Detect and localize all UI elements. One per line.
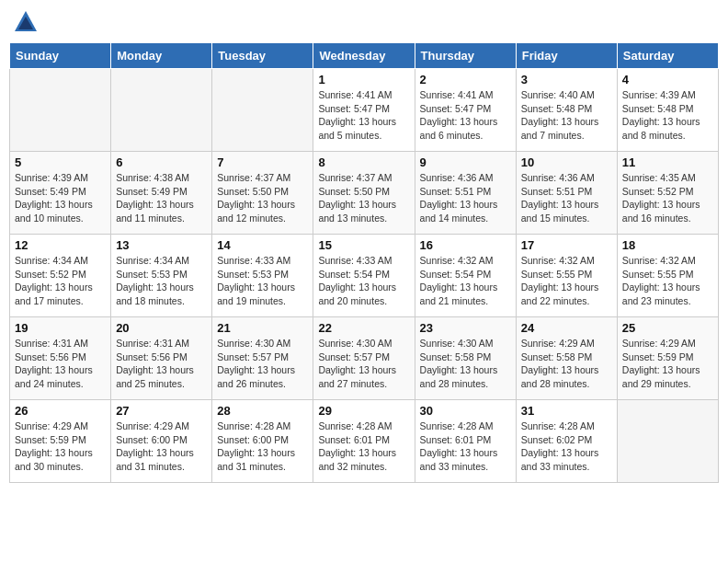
calendar-cell: 12Sunrise: 4:34 AMSunset: 5:52 PMDayligh… [10,235,111,317]
day-info: Sunrise: 4:39 AMSunset: 5:48 PMDaylight:… [622,88,713,143]
calendar-cell: 31Sunrise: 4:28 AMSunset: 6:02 PMDayligh… [516,400,617,483]
day-header-sunday: Sunday [10,43,111,69]
calendar-cell: 25Sunrise: 4:29 AMSunset: 5:59 PMDayligh… [617,317,718,400]
day-number: 23 [420,321,511,335]
day-number: 6 [116,155,207,169]
calendar-cell: 8Sunrise: 4:37 AMSunset: 5:50 PMDaylight… [313,152,415,235]
calendar-cell: 18Sunrise: 4:32 AMSunset: 5:55 PMDayligh… [617,235,718,317]
calendar-cell [212,69,313,152]
day-number: 24 [521,321,612,335]
day-info: Sunrise: 4:34 AMSunset: 5:52 PMDaylight:… [15,254,106,308]
day-info: Sunrise: 4:28 AMSunset: 6:01 PMDaylight:… [318,419,409,474]
calendar-cell: 29Sunrise: 4:28 AMSunset: 6:01 PMDayligh… [313,400,415,483]
day-header-thursday: Thursday [415,43,516,69]
calendar-body: 1Sunrise: 4:41 AMSunset: 5:47 PMDaylight… [10,69,719,483]
calendar-cell: 20Sunrise: 4:31 AMSunset: 5:56 PMDayligh… [111,317,212,400]
day-number: 12 [15,238,106,252]
day-header-monday: Monday [111,43,212,69]
calendar-header: SundayMondayTuesdayWednesdayThursdayFrid… [10,43,719,69]
calendar-cell: 6Sunrise: 4:38 AMSunset: 5:49 PMDaylight… [111,152,212,235]
day-number: 8 [318,155,409,169]
day-info: Sunrise: 4:36 AMSunset: 5:51 PMDaylight:… [521,171,612,225]
day-header-wednesday: Wednesday [313,43,415,69]
day-info: Sunrise: 4:29 AMSunset: 5:58 PMDaylight:… [521,337,612,391]
calendar-cell: 13Sunrise: 4:34 AMSunset: 5:53 PMDayligh… [111,235,212,317]
day-number: 28 [217,404,308,418]
day-number: 31 [521,404,612,418]
day-info: Sunrise: 4:31 AMSunset: 5:56 PMDaylight:… [116,337,207,391]
calendar-cell: 17Sunrise: 4:32 AMSunset: 5:55 PMDayligh… [516,235,617,317]
day-info: Sunrise: 4:41 AMSunset: 5:47 PMDaylight:… [420,88,511,143]
day-info: Sunrise: 4:32 AMSunset: 5:55 PMDaylight:… [521,254,612,308]
day-number: 30 [420,404,511,418]
day-number: 9 [420,155,511,169]
day-info: Sunrise: 4:28 AMSunset: 6:00 PMDaylight:… [217,419,308,474]
day-number: 29 [318,404,409,418]
logo [13,9,42,35]
day-number: 20 [116,321,207,335]
calendar-cell: 27Sunrise: 4:29 AMSunset: 6:00 PMDayligh… [111,400,212,483]
day-info: Sunrise: 4:29 AMSunset: 5:59 PMDaylight:… [15,419,106,474]
day-number: 4 [622,73,713,86]
day-info: Sunrise: 4:41 AMSunset: 5:47 PMDaylight:… [318,88,409,143]
day-number: 18 [622,238,713,252]
week-row-1: 1Sunrise: 4:41 AMSunset: 5:47 PMDaylight… [10,69,719,152]
day-info: Sunrise: 4:28 AMSunset: 6:02 PMDaylight:… [521,419,612,474]
day-header-friday: Friday [516,43,617,69]
calendar-cell: 3Sunrise: 4:40 AMSunset: 5:48 PMDaylight… [516,69,617,152]
day-number: 3 [521,73,612,86]
day-info: Sunrise: 4:30 AMSunset: 5:58 PMDaylight:… [420,337,511,391]
day-number: 14 [217,238,308,252]
day-info: Sunrise: 4:36 AMSunset: 5:51 PMDaylight:… [420,171,511,225]
calendar-cell: 10Sunrise: 4:36 AMSunset: 5:51 PMDayligh… [516,152,617,235]
calendar-cell: 14Sunrise: 4:33 AMSunset: 5:53 PMDayligh… [212,235,313,317]
day-number: 2 [420,73,511,86]
day-info: Sunrise: 4:37 AMSunset: 5:50 PMDaylight:… [318,171,409,225]
day-number: 17 [521,238,612,252]
day-number: 26 [15,404,106,418]
calendar-cell: 24Sunrise: 4:29 AMSunset: 5:58 PMDayligh… [516,317,617,400]
calendar-cell: 7Sunrise: 4:37 AMSunset: 5:50 PMDaylight… [212,152,313,235]
day-number: 15 [318,238,409,252]
day-info: Sunrise: 4:37 AMSunset: 5:50 PMDaylight:… [217,171,308,225]
calendar-cell: 23Sunrise: 4:30 AMSunset: 5:58 PMDayligh… [415,317,516,400]
day-number: 25 [622,321,713,335]
day-info: Sunrise: 4:33 AMSunset: 5:53 PMDaylight:… [217,254,308,308]
calendar-cell: 30Sunrise: 4:28 AMSunset: 6:01 PMDayligh… [415,400,516,483]
calendar-cell: 19Sunrise: 4:31 AMSunset: 5:56 PMDayligh… [10,317,111,400]
week-row-5: 26Sunrise: 4:29 AMSunset: 5:59 PMDayligh… [10,400,719,483]
calendar-cell: 5Sunrise: 4:39 AMSunset: 5:49 PMDaylight… [10,152,111,235]
day-info: Sunrise: 4:29 AMSunset: 6:00 PMDaylight:… [116,419,207,474]
day-header-saturday: Saturday [617,43,718,69]
calendar-cell: 4Sunrise: 4:39 AMSunset: 5:48 PMDaylight… [617,69,718,152]
day-number: 27 [116,404,207,418]
day-info: Sunrise: 4:29 AMSunset: 5:59 PMDaylight:… [622,337,713,391]
day-number: 22 [318,321,409,335]
calendar-cell: 16Sunrise: 4:32 AMSunset: 5:54 PMDayligh… [415,235,516,317]
day-number: 11 [622,155,713,169]
day-number: 13 [116,238,207,252]
day-number: 21 [217,321,308,335]
day-number: 10 [521,155,612,169]
calendar-table: SundayMondayTuesdayWednesdayThursdayFrid… [9,42,719,483]
week-row-2: 5Sunrise: 4:39 AMSunset: 5:49 PMDaylight… [10,152,719,235]
day-number: 19 [15,321,106,335]
week-row-3: 12Sunrise: 4:34 AMSunset: 5:52 PMDayligh… [10,235,719,317]
calendar-cell: 1Sunrise: 4:41 AMSunset: 5:47 PMDaylight… [313,69,415,152]
day-info: Sunrise: 4:38 AMSunset: 5:49 PMDaylight:… [116,171,207,225]
day-info: Sunrise: 4:30 AMSunset: 5:57 PMDaylight:… [217,337,308,391]
calendar-cell: 15Sunrise: 4:33 AMSunset: 5:54 PMDayligh… [313,235,415,317]
day-number: 1 [318,73,409,86]
day-number: 5 [15,155,106,169]
page-header [9,9,719,35]
calendar-cell: 28Sunrise: 4:28 AMSunset: 6:00 PMDayligh… [212,400,313,483]
calendar-cell: 22Sunrise: 4:30 AMSunset: 5:57 PMDayligh… [313,317,415,400]
day-info: Sunrise: 4:39 AMSunset: 5:49 PMDaylight:… [15,171,106,225]
day-number: 16 [420,238,511,252]
week-row-4: 19Sunrise: 4:31 AMSunset: 5:56 PMDayligh… [10,317,719,400]
calendar-cell: 9Sunrise: 4:36 AMSunset: 5:51 PMDaylight… [415,152,516,235]
day-header-tuesday: Tuesday [212,43,313,69]
day-info: Sunrise: 4:30 AMSunset: 5:57 PMDaylight:… [318,337,409,391]
day-info: Sunrise: 4:28 AMSunset: 6:01 PMDaylight:… [420,419,511,474]
header-row: SundayMondayTuesdayWednesdayThursdayFrid… [10,43,719,69]
